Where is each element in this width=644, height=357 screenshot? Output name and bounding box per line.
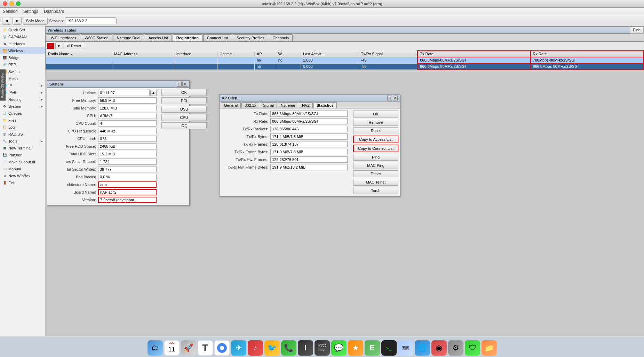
safe-mode-button[interactable]: Safe Mode	[23, 17, 48, 25]
col-rx-rate[interactable]: Rx Rate	[531, 51, 643, 57]
system-ok-button[interactable]: OK	[161, 89, 207, 96]
ap-telnet-button[interactable]: Telnet	[353, 170, 398, 177]
system-close-button[interactable]: ✕	[182, 82, 187, 87]
system-usb-button[interactable]: USB	[161, 106, 207, 113]
session-input[interactable]	[65, 17, 117, 24]
col-radio-name[interactable]: Radio Name ▲	[46, 51, 112, 57]
sidebar-item-make-supout[interactable]: 📄 Make Supout.rif	[0, 159, 45, 165]
sidebar-item-new-terminal[interactable]: 💻 New Terminal	[0, 145, 45, 152]
filter-button[interactable]: ▼	[55, 43, 62, 49]
tx-rx-hw-frames-value[interactable]	[270, 156, 348, 163]
tab-security-profiles[interactable]: Security Profiles	[233, 34, 268, 41]
table-row[interactable]: no 0.000 -56 866.6Mbps-80MHz/2S/SGI 866.…	[46, 63, 644, 70]
find-button[interactable]: Find	[630, 27, 644, 34]
dock-finder[interactable]: 🗂	[148, 340, 163, 356]
tx-rx-packets-value[interactable]	[270, 126, 348, 132]
menu-settings[interactable]: Settings	[23, 9, 38, 14]
sidebar-item-files[interactable]: 📁 Files	[0, 117, 45, 124]
ap-copy-access-list-button[interactable]: Copy to Access List	[353, 136, 398, 143]
rx-rate-value[interactable]	[270, 118, 348, 124]
free-memory-value[interactable]	[98, 97, 157, 104]
ap-tab-8021x[interactable]: 802.1x	[241, 102, 259, 108]
col-tx-rx-signal[interactable]: Tx/Rx Signal	[359, 51, 418, 57]
ap-mac-telnet-button[interactable]: MAC Telnet	[353, 179, 398, 186]
dock-wechat[interactable]: 💬	[331, 340, 347, 356]
tx-rx-frames-value[interactable]	[270, 141, 348, 147]
system-pci-button[interactable]: PCI	[161, 97, 207, 104]
minimize-button[interactable]	[9, 1, 14, 6]
maximize-button[interactable]	[16, 1, 21, 6]
dock-shield[interactable]: 🛡	[465, 340, 480, 356]
version-value[interactable]	[98, 197, 157, 203]
dock-launchpad[interactable]: ◉	[431, 340, 447, 356]
dock-settings[interactable]: ⚙	[448, 340, 463, 356]
ap-tab-general[interactable]: General	[221, 102, 241, 108]
ap-tab-nstreme[interactable]: Nstreme	[278, 102, 299, 108]
sidebar-item-switch[interactable]: 🔀 Switch	[0, 68, 45, 75]
sidebar-item-capsman[interactable]: 📡 CAPsMAN	[0, 33, 45, 40]
sidebar-item-exit[interactable]: 🚪 Exit	[0, 179, 45, 186]
col-last-activity[interactable]: Last Activit...	[301, 51, 359, 57]
tab-access-list[interactable]: Access List	[145, 34, 172, 41]
ap-mac-ping-button[interactable]: MAC Ping	[353, 162, 398, 169]
dock-iterm2[interactable]: ⌨	[398, 340, 413, 356]
sidebar-item-new-winbox[interactable]: 🖥 New WinBox	[0, 172, 45, 179]
uptime-value[interactable]	[98, 90, 150, 96]
cpu-freq-value[interactable]	[98, 128, 157, 134]
dock-telegram[interactable]: ✈	[231, 340, 246, 356]
close-button[interactable]	[3, 1, 7, 6]
remove-button[interactable]: −	[47, 43, 54, 49]
sidebar-item-partition[interactable]: 💾 Partition	[0, 152, 45, 159]
menu-dashboard[interactable]: Dashboard	[44, 9, 64, 14]
menu-session[interactable]: Session	[3, 9, 18, 14]
sidebar-item-system[interactable]: ⚙ System ▶	[0, 103, 45, 110]
window-controls[interactable]	[3, 1, 21, 6]
sidebar-item-interfaces[interactable]: 🔌 Interfaces	[0, 40, 45, 47]
dock-evernote[interactable]: E	[365, 340, 380, 356]
sidebar-item-ip[interactable]: 🌐 IP ▶	[0, 82, 45, 89]
sidebar-item-manual[interactable]: 📖 Manual	[0, 165, 45, 172]
col-mac-address[interactable]: MAC Address	[112, 51, 174, 57]
dock-rocket[interactable]: 🚀	[181, 340, 196, 356]
dock-network[interactable]: 🌐	[415, 340, 430, 356]
dock-sparkleshare[interactable]: ★	[348, 340, 363, 356]
arch-value[interactable]	[98, 181, 157, 188]
total-hdd-value[interactable]	[98, 151, 157, 157]
sidebar-item-mesh[interactable]: 🕸 Mesh	[0, 75, 45, 82]
col-interface[interactable]: Interface	[174, 51, 217, 57]
tab-connect-list[interactable]: Connect List	[203, 34, 232, 41]
sidebar-item-ipv6[interactable]: 🌐 IPv6 ▶	[0, 89, 45, 96]
dock-bird[interactable]: 🐦	[264, 340, 280, 356]
sidebar-item-bridge[interactable]: 🌉 Bridge	[0, 54, 45, 61]
ap-client-close-button[interactable]: ✕	[393, 96, 398, 100]
dock-music[interactable]: ♪	[248, 340, 263, 356]
cpu-value[interactable]	[98, 113, 157, 119]
tab-registration[interactable]: Registration	[173, 34, 202, 41]
sidebar-item-queues[interactable]: 📊 Queues	[0, 110, 45, 117]
bad-blocks-value[interactable]	[98, 174, 157, 180]
ap-remove-button[interactable]: Remove	[353, 119, 398, 126]
back-button[interactable]: ◀	[2, 17, 11, 25]
sidebar-item-routing[interactable]: ↔ Routing ▶	[0, 96, 45, 103]
total-memory-value[interactable]	[98, 105, 157, 111]
free-hdd-value[interactable]	[98, 143, 157, 149]
ap-tab-statistics[interactable]: Statistics	[313, 102, 337, 108]
dock-terminal[interactable]: >_	[381, 340, 397, 356]
dock-textedit[interactable]: T	[198, 340, 213, 356]
tx-rx-bytes-value[interactable]	[270, 133, 348, 140]
system-minimize-button[interactable]: □	[177, 82, 182, 87]
ap-copy-connect-list-button[interactable]: Copy to Connect List	[353, 145, 398, 152]
dock-intellij[interactable]: I	[298, 340, 313, 356]
reset-button[interactable]: ↺ Reset	[64, 43, 84, 49]
tab-wifi-interfaces[interactable]: WiFi Interfaces	[47, 34, 80, 41]
ap-tab-signal[interactable]: Signal	[260, 102, 277, 108]
col-tx-rate[interactable]: Tx Rate	[418, 51, 530, 57]
tx-rx-hw-frame-bytes-value[interactable]	[270, 164, 348, 170]
ap-torch-button[interactable]: Torch	[353, 187, 398, 194]
tab-w60g-station[interactable]: W60G Station	[81, 34, 112, 41]
ap-ok-button[interactable]: OK	[353, 111, 398, 117]
col-w[interactable]: W...	[276, 51, 301, 57]
col-ap[interactable]: AP	[254, 51, 276, 57]
sector-writes-value[interactable]	[98, 166, 157, 172]
sidebar-item-radius[interactable]: ◎ RADIUS	[0, 131, 45, 138]
